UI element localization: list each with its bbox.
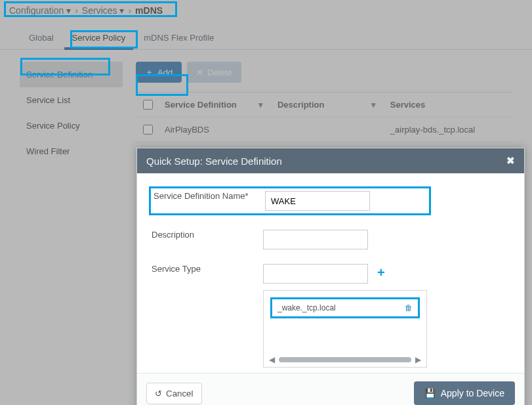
cell-services: _airplay-bds._tcp.local [385, 117, 512, 142]
col-description[interactable]: Description [277, 100, 325, 110]
tab-service-policy[interactable]: Service Policy [63, 28, 135, 49]
breadcrumb: Configuration ▾ › Services ▾ › mDNS [0, 0, 532, 21]
filter-icon[interactable]: ▾ [258, 100, 267, 110]
col-service-definition[interactable]: Service Definition [165, 100, 237, 110]
sidebar-item-service-definition[interactable]: Service Definition [20, 62, 123, 87]
add-button[interactable]: ＋ Add [136, 62, 182, 83]
description-label: Description [152, 230, 263, 240]
save-icon: 💾 [424, 388, 436, 398]
service-type-item[interactable]: _wake._tcp.local 🗑 [270, 297, 420, 318]
filter-icon[interactable]: ▾ [371, 100, 380, 110]
name-label: Service Definition Name* [153, 191, 265, 202]
table-row[interactable]: AirPlayBDS _airplay-bds._tcp.local [136, 117, 512, 142]
add-service-type-icon[interactable]: + [377, 264, 385, 281]
breadcrumb-services[interactable]: Services ▾ [82, 5, 125, 16]
tab-mdns-flex-profile[interactable]: mDNS Flex Profile [134, 28, 223, 49]
close-icon: ✕ [196, 68, 203, 77]
quick-setup-modal: Quick Setup: Service Definition ✖ Servic… [136, 148, 525, 405]
col-services[interactable]: Services [390, 100, 426, 110]
breadcrumb-configuration[interactable]: Configuration ▾ [9, 5, 71, 16]
chevron-right-icon: › [128, 5, 131, 16]
modal-footer: ↺ Cancel 💾 Apply to Device [137, 373, 524, 405]
apply-button-label: Apply to Device [441, 388, 504, 398]
modal-header: Quick Setup: Service Definition ✖ [137, 148, 524, 173]
delete-button[interactable]: ✕ Delete [187, 62, 241, 83]
scrollbar-track[interactable] [279, 357, 411, 362]
trash-icon[interactable]: 🗑 [405, 303, 413, 312]
add-button-label: Add [157, 68, 173, 77]
sidebar-item-service-list[interactable]: Service List [20, 87, 123, 113]
row-checkbox[interactable] [143, 125, 153, 135]
service-type-input[interactable] [263, 264, 368, 284]
cell-description [272, 123, 385, 137]
tab-bar: Global Service Policy mDNS Flex Profile [0, 21, 532, 50]
apply-to-device-button[interactable]: 💾 Apply to Device [414, 381, 515, 405]
modal-body: Service Definition Name* Description Ser… [137, 173, 524, 373]
delete-button-label: Delete [207, 68, 232, 77]
scroll-right-icon[interactable]: ▶ [415, 355, 421, 364]
cancel-button-label: Cancel [166, 389, 194, 398]
cell-service-definition: AirPlayBDS [159, 117, 272, 142]
service-type-label: Service Type [152, 264, 263, 274]
plus-icon: ＋ [145, 66, 153, 78]
description-input[interactable] [263, 230, 368, 249]
modal-title: Quick Setup: Service Definition [146, 156, 282, 167]
chevron-right-icon: › [75, 5, 78, 16]
highlight-name-row: Service Definition Name* [149, 186, 431, 215]
tab-global[interactable]: Global [20, 28, 63, 49]
breadcrumb-current: mDNS [135, 5, 163, 16]
service-definition-table: Service Definition ▾ Description ▾ Servi… [136, 92, 512, 142]
toolbar: ＋ Add ✕ Delete [136, 62, 512, 83]
scroll-left-icon[interactable]: ◀ [269, 355, 275, 364]
table-header: Service Definition ▾ Description ▾ Servi… [136, 93, 512, 117]
sidebar-item-service-policy[interactable]: Service Policy [20, 113, 123, 139]
select-all-checkbox[interactable] [143, 100, 153, 110]
service-type-list: _wake._tcp.local 🗑 ◀ ▶ [263, 290, 427, 368]
close-icon[interactable]: ✖ [506, 155, 515, 167]
sidebar-item-wired-filter[interactable]: Wired Filter [20, 139, 123, 164]
service-type-item-label: _wake._tcp.local [277, 303, 336, 312]
horizontal-scrollbar[interactable]: ◀ ▶ [269, 355, 421, 364]
cancel-button[interactable]: ↺ Cancel [146, 383, 202, 404]
sidebar: Service Definition Service List Service … [20, 62, 123, 396]
service-definition-name-input[interactable] [265, 191, 370, 211]
undo-icon: ↺ [155, 389, 162, 398]
